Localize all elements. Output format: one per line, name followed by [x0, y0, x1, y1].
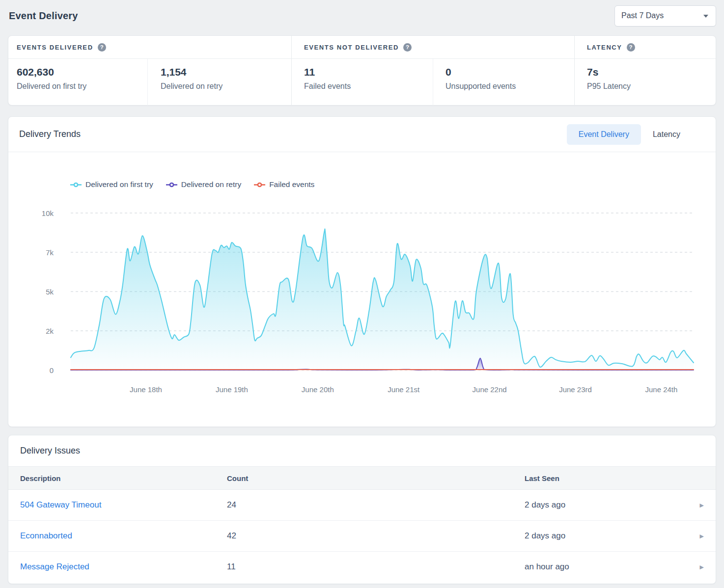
metric-label: Failed events	[304, 82, 433, 91]
metric-delivered-retry: 1,154 Delivered on retry	[147, 59, 291, 106]
stats-group-body: 7s P95 Latency	[575, 59, 716, 106]
metric-label: Delivered on first try	[17, 82, 147, 91]
metric-unsupported-events: 0 Unsupported events	[433, 59, 574, 106]
issues-header: Delivery Issues	[8, 435, 716, 466]
metric-value: 11	[304, 66, 433, 78]
issues-table-header: Description Count Last Seen	[8, 466, 716, 490]
page: Event Delivery Past 7 Days EVENTS DELIVE…	[0, 0, 724, 588]
issue-last-seen: 2 days ago	[525, 531, 684, 541]
column-last-seen: Last Seen	[525, 474, 684, 482]
svg-text:June 24th: June 24th	[645, 385, 677, 394]
legend-line-dot-icon	[166, 182, 177, 187]
metric-p95-latency: 7s P95 Latency	[575, 59, 716, 106]
legend-label: Delivered on retry	[181, 180, 241, 189]
legend-item-failed[interactable]: Failed events	[254, 180, 314, 189]
issue-link[interactable]: 504 Gateway Timeout	[20, 500, 101, 509]
svg-text:June 23rd: June 23rd	[559, 385, 592, 394]
page-header: Event Delivery Past 7 Days	[0, 0, 724, 31]
table-row[interactable]: Econnaborted 42 2 days ago ▶	[8, 521, 716, 552]
legend-line-dot-icon	[254, 182, 265, 187]
stats-group-header: EVENTS NOT DELIVERED ?	[292, 36, 574, 59]
stats-group-label: LATENCY	[587, 44, 622, 51]
stats-group-events-delivered: EVENTS DELIVERED ? 602,630 Delivered on …	[8, 36, 291, 106]
column-count: Count	[227, 474, 525, 482]
trends-chart-svg: 02k5k7k10kJune 18thJune 19thJune 20thJun…	[8, 152, 716, 427]
chevron-right-icon[interactable]: ▶	[700, 564, 704, 570]
trends-header: Delivery Trends Event Delivery Latency	[8, 117, 716, 152]
delivery-trends-chart: Delivered on first try Delivered on retr…	[8, 152, 716, 427]
help-icon[interactable]: ?	[627, 43, 635, 52]
svg-text:June 19th: June 19th	[216, 385, 248, 394]
issue-last-seen: 2 days ago	[525, 500, 684, 510]
stats-group-header: EVENTS DELIVERED ?	[8, 36, 291, 59]
legend-line-dot-icon	[70, 182, 82, 187]
stats-card: EVENTS DELIVERED ? 602,630 Delivered on …	[8, 35, 716, 106]
issue-link[interactable]: Message Rejected	[20, 562, 89, 571]
chevron-right-icon[interactable]: ▶	[700, 503, 704, 508]
help-icon[interactable]: ?	[403, 43, 412, 52]
legend-item-retry[interactable]: Delivered on retry	[166, 180, 241, 189]
stats-group-body: 11 Failed events 0 Unsupported events	[292, 59, 574, 106]
caret-down-icon	[703, 15, 708, 20]
metric-label: Delivered on retry	[161, 82, 291, 91]
stats-group-latency: LATENCY ? 7s P95 Latency	[574, 36, 716, 106]
stats-group-events-not-delivered: EVENTS NOT DELIVERED ? 11 Failed events …	[291, 36, 574, 106]
date-range-value: Past 7 Days	[621, 11, 664, 20]
column-description: Description	[20, 474, 227, 482]
issue-last-seen: an hour ago	[525, 562, 684, 572]
metric-delivered-first-try: 602,630 Delivered on first try	[8, 59, 147, 106]
stats-group-label: EVENTS DELIVERED	[17, 44, 93, 51]
legend-label: Failed events	[269, 180, 314, 189]
help-icon[interactable]: ?	[98, 43, 106, 52]
issue-count: 11	[227, 562, 525, 572]
tab-latency[interactable]: Latency	[641, 124, 692, 145]
legend-label: Delivered on first try	[85, 180, 153, 189]
page-title: Event Delivery	[9, 10, 78, 22]
date-range-selector[interactable]: Past 7 Days	[614, 5, 716, 27]
metric-failed-events: 11 Failed events	[292, 59, 433, 106]
svg-text:June 21st: June 21st	[388, 385, 420, 394]
svg-text:0: 0	[50, 366, 54, 374]
issue-link[interactable]: Econnaborted	[20, 531, 72, 540]
svg-text:10k: 10k	[42, 209, 54, 217]
svg-text:2k: 2k	[46, 327, 54, 335]
stats-group-label: EVENTS NOT DELIVERED	[304, 44, 399, 51]
svg-text:June 18th: June 18th	[130, 385, 162, 394]
issues-title: Delivery Issues	[20, 446, 80, 456]
stats-groups: EVENTS DELIVERED ? 602,630 Delivered on …	[8, 36, 716, 105]
chart-legend: Delivered on first try Delivered on retr…	[70, 180, 314, 189]
trends-title: Delivery Trends	[19, 129, 81, 139]
metric-value: 0	[446, 66, 574, 78]
trends-tabs: Event Delivery Latency	[567, 124, 692, 145]
delivery-issues-card: Delivery Issues Description Count Last S…	[8, 435, 716, 584]
stats-group-body: 602,630 Delivered on first try 1,154 Del…	[8, 59, 291, 106]
metric-value: 7s	[587, 66, 716, 78]
delivery-trends-card: Delivery Trends Event Delivery Latency D…	[8, 116, 716, 427]
metric-value: 1,154	[161, 66, 291, 78]
svg-text:June 20th: June 20th	[302, 385, 334, 394]
table-row[interactable]: Message Rejected 11 an hour ago ▶	[8, 552, 716, 582]
metric-label: P95 Latency	[587, 82, 716, 91]
svg-text:June 22nd: June 22nd	[473, 385, 507, 394]
issue-count: 24	[227, 500, 525, 510]
stats-group-header: LATENCY ?	[575, 36, 716, 59]
svg-text:7k: 7k	[46, 248, 54, 257]
chevron-right-icon[interactable]: ▶	[700, 534, 704, 539]
svg-text:5k: 5k	[46, 288, 54, 296]
tab-event-delivery[interactable]: Event Delivery	[567, 124, 641, 145]
table-row[interactable]: 504 Gateway Timeout 24 2 days ago ▶	[8, 490, 716, 521]
metric-label: Unsupported events	[446, 82, 574, 91]
issue-count: 42	[227, 531, 525, 541]
metric-value: 602,630	[17, 66, 147, 78]
legend-item-first-try[interactable]: Delivered on first try	[70, 180, 153, 189]
